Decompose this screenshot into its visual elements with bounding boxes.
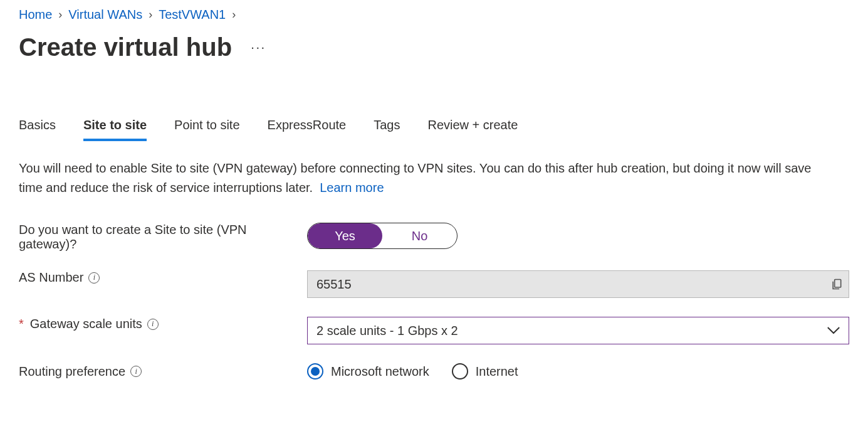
tab-site-to-site[interactable]: Site to site bbox=[83, 118, 147, 141]
tab-review-create[interactable]: Review + create bbox=[427, 118, 518, 141]
tab-description: You will need to enable Site to site (VP… bbox=[19, 159, 821, 198]
breadcrumb-virtual-wans[interactable]: Virtual WANs bbox=[68, 8, 142, 22]
scale-units-select[interactable]: 2 scale units - 1 Gbps x 2 bbox=[307, 317, 849, 344]
routing-preference-label: Routing preference i bbox=[19, 364, 307, 379]
info-icon[interactable]: i bbox=[130, 366, 142, 377]
toggle-yes[interactable]: Yes bbox=[308, 223, 382, 248]
breadcrumb: Home › Virtual WANs › TestVWAN1 › bbox=[19, 8, 849, 22]
chevron-right-icon: › bbox=[58, 8, 62, 21]
description-text: You will need to enable Site to site (VP… bbox=[19, 161, 811, 194]
routing-pref-internet[interactable]: Internet bbox=[452, 363, 518, 380]
routing-pref-microsoft-network[interactable]: Microsoft network bbox=[307, 363, 429, 380]
copy-icon[interactable] bbox=[830, 277, 843, 291]
svg-rect-0 bbox=[835, 280, 841, 288]
breadcrumb-home[interactable]: Home bbox=[19, 8, 52, 22]
routing-preference-radio-group: Microsoft network Internet bbox=[307, 363, 518, 380]
chevron-right-icon: › bbox=[232, 8, 236, 21]
more-actions-button[interactable]: ··· bbox=[247, 37, 269, 58]
radio-icon bbox=[452, 363, 468, 380]
tab-basics[interactable]: Basics bbox=[19, 118, 56, 141]
create-gateway-toggle: Yes No bbox=[307, 223, 458, 249]
chevron-right-icon: › bbox=[149, 8, 152, 21]
radio-icon bbox=[307, 363, 323, 380]
as-number-label: AS Number i bbox=[19, 270, 307, 285]
tab-bar: Basics Site to site Point to site Expres… bbox=[19, 118, 849, 141]
info-icon[interactable]: i bbox=[88, 272, 100, 284]
toggle-no[interactable]: No bbox=[382, 223, 457, 248]
page-title: Create virtual hub bbox=[19, 33, 232, 61]
as-number-input bbox=[307, 270, 849, 298]
scale-units-label: *Gateway scale units i bbox=[19, 317, 307, 331]
learn-more-link[interactable]: Learn more bbox=[320, 181, 384, 194]
tab-point-to-site[interactable]: Point to site bbox=[174, 118, 240, 141]
info-icon[interactable]: i bbox=[147, 319, 159, 330]
create-gateway-label: Do you want to create a Site to site (VP… bbox=[19, 223, 307, 252]
tab-tags[interactable]: Tags bbox=[374, 118, 400, 141]
required-asterisk: * bbox=[19, 317, 24, 331]
breadcrumb-testvwan1[interactable]: TestVWAN1 bbox=[159, 8, 226, 22]
tab-expressroute[interactable]: ExpressRoute bbox=[268, 118, 347, 141]
